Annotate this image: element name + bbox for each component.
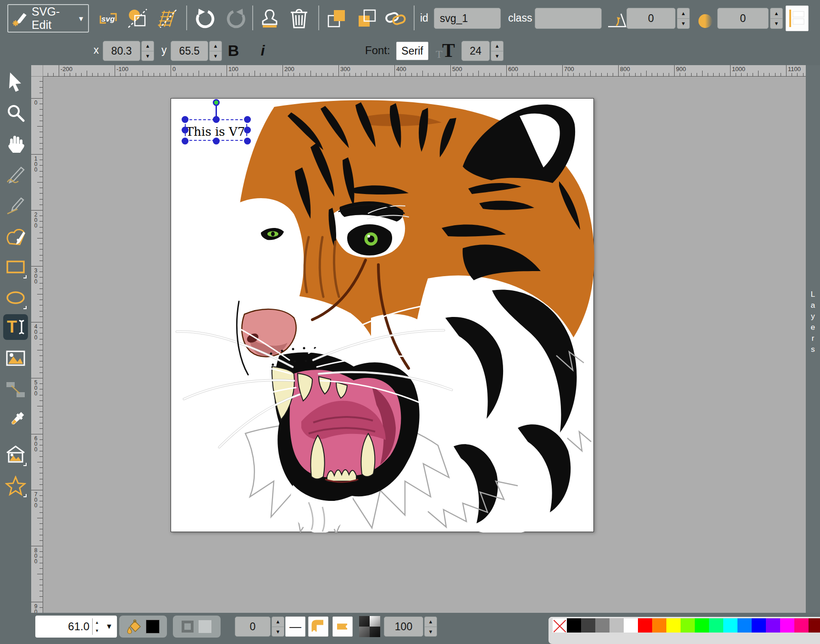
palette-swatch[interactable] (624, 618, 638, 633)
tool-line[interactable] (3, 193, 28, 218)
font-family-button[interactable]: Serif (396, 42, 428, 60)
svg-edit-app: SVG-Edit ▼ svg (0, 0, 820, 644)
palette-swatch[interactable] (666, 618, 681, 633)
tools-sidebar: T (0, 65, 31, 644)
tool-pencil[interactable] (3, 162, 28, 188)
paint-bucket-icon (127, 619, 141, 634)
stroke-width-spinner[interactable]: ▲▼ (271, 616, 284, 637)
tool-connector[interactable] (3, 377, 28, 402)
selection-handle-nw[interactable] (182, 116, 188, 123)
make-link-button[interactable] (384, 7, 406, 29)
tool-image[interactable] (3, 345, 28, 371)
tool-text[interactable]: T (3, 314, 28, 340)
tool-select[interactable] (3, 69, 28, 94)
ruler-vertical: 01 0 02 0 03 0 04 0 05 0 06 0 07 0 08 0 … (31, 77, 43, 613)
tool-path[interactable] (3, 223, 28, 249)
italic-button[interactable]: i (253, 39, 272, 61)
palette-swatch[interactable] (609, 618, 624, 633)
svg-page[interactable]: This is V7 (171, 98, 594, 532)
palette-swatch[interactable] (567, 618, 581, 633)
wireframe-mode-button[interactable] (127, 7, 149, 29)
palette-swatch[interactable] (681, 618, 695, 633)
angle-spinner[interactable]: ▲▼ (677, 8, 690, 29)
font-size-input[interactable]: 24 (461, 41, 490, 61)
class-input[interactable] (535, 8, 602, 29)
clone-button[interactable] (259, 7, 281, 29)
blur-input[interactable]: 0 (717, 8, 769, 29)
align-button[interactable] (786, 6, 809, 31)
chevron-down-icon: ▼ (78, 15, 84, 22)
selection-handle-w[interactable] (182, 127, 188, 133)
stroke-style-button[interactable]: — (285, 616, 305, 637)
tool-shape-library[interactable] (3, 442, 28, 467)
selection-handle-s[interactable] (213, 138, 220, 144)
tool-zoom[interactable] (3, 100, 28, 126)
opacity-spinner[interactable]: ▲▼ (424, 616, 437, 637)
stroke-linecap-button[interactable] (332, 616, 353, 637)
blur-spinner[interactable]: ▲▼ (770, 8, 783, 29)
stroke-width-input[interactable]: 0 (235, 616, 271, 637)
palette-swatch[interactable] (723, 618, 737, 633)
tool-star[interactable] (3, 473, 28, 499)
x-input[interactable]: 80.3 (103, 41, 140, 61)
svg-text:T: T (7, 317, 17, 336)
delete-button[interactable] (288, 7, 310, 29)
palette-swatch[interactable] (652, 618, 666, 633)
y-input[interactable]: 65.5 (171, 41, 208, 61)
selection-handle-n[interactable] (213, 116, 220, 123)
layers-panel-toggle[interactable]: L a y e r s (806, 65, 820, 613)
main-toolbar: SVG-Edit ▼ svg (0, 0, 820, 37)
palette-swatch[interactable] (737, 618, 752, 633)
palette-swatch[interactable] (794, 618, 809, 633)
palette-swatch[interactable] (595, 618, 609, 633)
selection-handle-ne[interactable] (244, 116, 251, 123)
zoom-spinner[interactable]: ▲▼ (92, 618, 101, 635)
stroke-linejoin-button[interactable] (308, 616, 328, 637)
palette-swatch[interactable] (752, 618, 766, 633)
palette-swatch[interactable] (581, 618, 595, 633)
flyout-corner-icon (23, 306, 27, 309)
move-to-bottom-button[interactable] (356, 7, 378, 29)
move-to-top-button[interactable] (326, 7, 348, 29)
x-spinner[interactable]: ▲▼ (141, 41, 154, 61)
snap-to-grid-button[interactable] (156, 7, 178, 29)
tool-eyedropper[interactable] (3, 407, 28, 433)
y-label: y (161, 44, 167, 56)
palette-swatch[interactable] (780, 618, 794, 633)
zoom-control[interactable]: 61.0 ▲▼ ▼ (35, 616, 117, 638)
palette-swatch[interactable] (766, 618, 780, 633)
palette-swatch[interactable] (638, 618, 652, 633)
palette-swatch[interactable] (709, 618, 723, 633)
zoom-dropdown-icon[interactable]: ▼ (101, 622, 117, 631)
palette-swatch[interactable] (809, 618, 820, 633)
angle-input[interactable]: 0 (626, 8, 676, 29)
undo-button[interactable] (194, 7, 216, 29)
y-spinner[interactable]: ▲▼ (209, 41, 222, 61)
source-editor-button[interactable]: svg (97, 7, 119, 29)
bold-button[interactable]: B (224, 39, 243, 61)
stroke-color-control[interactable] (173, 616, 221, 638)
tool-rectangle[interactable] (3, 254, 28, 280)
x-label: x (94, 44, 99, 56)
selection-handle-sw[interactable] (182, 138, 188, 144)
text-toolbar: x 80.3 ▲▼ y 65.5 ▲▼ B i abcd abcd abcd F… (0, 37, 820, 65)
opacity-input[interactable]: 100 (384, 616, 423, 637)
ruler-corner (31, 65, 43, 77)
main-menu-button[interactable]: SVG-Edit ▼ (7, 4, 89, 33)
id-input[interactable]: svg_1 (434, 8, 501, 29)
palette-swatch-none[interactable] (553, 618, 567, 633)
font-size-spinner[interactable]: ▲▼ (491, 41, 504, 61)
flyout-corner-icon (23, 463, 27, 466)
tool-pan[interactable] (3, 131, 28, 156)
fill-color-control[interactable] (119, 616, 167, 638)
stroke-color-swatch[interactable] (198, 620, 212, 633)
fill-color-swatch[interactable] (146, 620, 160, 633)
rotate-grip[interactable] (213, 99, 220, 106)
selection-handle-e[interactable] (244, 127, 251, 133)
redo-button[interactable] (225, 7, 247, 29)
palette-swatch[interactable] (695, 618, 709, 633)
selection-handle-se[interactable] (244, 138, 251, 144)
toolbar-divider (186, 6, 187, 30)
tool-ellipse[interactable] (3, 285, 28, 311)
layers-panel-title: L a y e r s (806, 289, 820, 355)
